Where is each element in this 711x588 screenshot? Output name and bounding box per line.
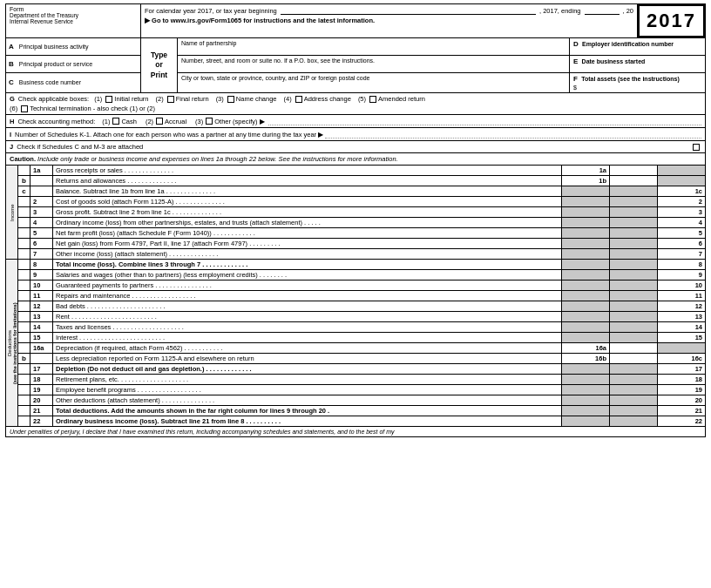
amount-col2[interactable] bbox=[610, 416, 658, 427]
amount-col3[interactable]: 9 bbox=[658, 270, 706, 280]
amount-col2[interactable] bbox=[610, 301, 658, 312]
g-item-3-label: Name change bbox=[236, 95, 277, 103]
amount-col2[interactable] bbox=[610, 280, 658, 291]
g-checkbox-3[interactable] bbox=[227, 96, 234, 103]
line-sub bbox=[18, 364, 30, 375]
amount-col3[interactable]: 13 bbox=[658, 312, 706, 322]
amount-col3[interactable] bbox=[658, 166, 706, 176]
g-checkbox-1[interactable] bbox=[105, 96, 112, 103]
number-street-field[interactable]: Number, street, and room or suite no. If… bbox=[178, 56, 569, 73]
line-sub bbox=[18, 228, 30, 239]
amount-col2[interactable] bbox=[610, 343, 658, 354]
line-number: 22 bbox=[30, 416, 53, 427]
amount-col2[interactable] bbox=[610, 364, 658, 375]
h-item-1-num: (1) bbox=[102, 118, 110, 125]
h-checkbox-2[interactable] bbox=[156, 118, 163, 125]
amount-col2[interactable] bbox=[610, 375, 658, 385]
amount-col3[interactable]: 7 bbox=[658, 249, 706, 260]
amount-col1[interactable]: 16a bbox=[562, 343, 610, 354]
amount-col2[interactable] bbox=[610, 406, 658, 416]
amount-col3[interactable]: 21 bbox=[658, 406, 706, 416]
amount-col2[interactable] bbox=[610, 218, 658, 228]
field-b-text: Principal product or service bbox=[17, 59, 95, 69]
amount-col2[interactable] bbox=[610, 228, 658, 239]
amount-col2[interactable] bbox=[610, 333, 658, 343]
dept-info: Form Department of the Treasury Internal… bbox=[6, 4, 141, 37]
line-sub: c bbox=[18, 186, 30, 197]
type-or-print: Type or Print bbox=[141, 38, 178, 92]
amount-col1 bbox=[562, 197, 610, 207]
amount-col3[interactable]: 3 bbox=[658, 207, 706, 218]
amount-col3[interactable]: 17 bbox=[658, 364, 706, 375]
amount-col3[interactable]: 16c bbox=[658, 354, 706, 364]
line-desc: Repairs and maintenance . . . . . . . . … bbox=[53, 291, 562, 301]
amount-col2[interactable] bbox=[610, 166, 658, 176]
g-checkbox-6[interactable] bbox=[21, 105, 28, 112]
amount-col2[interactable] bbox=[610, 395, 658, 406]
city-field[interactable]: City or town, state or province, country… bbox=[178, 73, 569, 91]
amount-col2[interactable] bbox=[610, 354, 658, 364]
field-a-label: A bbox=[6, 41, 17, 52]
amount-col1 bbox=[562, 260, 610, 270]
amount-col1[interactable]: 1b bbox=[562, 176, 610, 186]
line-number bbox=[30, 176, 53, 186]
amount-col2[interactable] bbox=[610, 322, 658, 333]
h-checkbox-1[interactable] bbox=[112, 118, 119, 125]
amount-col3[interactable]: 15 bbox=[658, 333, 706, 343]
name-field[interactable]: Name of partnership bbox=[178, 38, 569, 56]
form-container: Form Department of the Treasury Internal… bbox=[0, 0, 711, 441]
amount-col3[interactable]: 19 bbox=[658, 385, 706, 395]
line-number: 5 bbox=[30, 228, 53, 239]
line-sub bbox=[18, 280, 30, 291]
amount-col3[interactable]: 1c bbox=[658, 186, 706, 197]
amount-col3[interactable]: 8 bbox=[658, 260, 706, 270]
field-e-row: E Date business started bbox=[570, 56, 705, 73]
amount-col3[interactable]: 22 bbox=[658, 416, 706, 427]
amount-col1 bbox=[562, 364, 610, 375]
amount-col2[interactable] bbox=[610, 197, 658, 207]
amount-col2[interactable] bbox=[610, 260, 658, 270]
amount-col2[interactable] bbox=[610, 176, 658, 186]
line-sub bbox=[18, 333, 30, 343]
amount-col2[interactable] bbox=[610, 249, 658, 260]
amount-col3[interactable]: 10 bbox=[658, 280, 706, 291]
j-checkbox[interactable] bbox=[693, 144, 700, 151]
amount-col2[interactable] bbox=[610, 385, 658, 395]
line-desc: Less depreciation reported on Form 1125-… bbox=[53, 354, 562, 364]
amount-col1 bbox=[562, 385, 610, 395]
g-checkbox-5[interactable] bbox=[369, 96, 376, 103]
line-sub bbox=[18, 406, 30, 416]
amount-col2[interactable] bbox=[610, 186, 658, 197]
amount-col3[interactable]: 14 bbox=[658, 322, 706, 333]
amount-col3[interactable]: 20 bbox=[658, 395, 706, 406]
g-checkbox-4[interactable] bbox=[295, 96, 302, 103]
line-desc: Taxes and licenses . . . . . . . . . . .… bbox=[53, 322, 562, 333]
amount-col2[interactable] bbox=[610, 270, 658, 280]
dept-name: Department of the Treasury Internal Reve… bbox=[10, 12, 137, 24]
amount-col3[interactable]: 6 bbox=[658, 239, 706, 249]
amount-col2[interactable] bbox=[610, 312, 658, 322]
amount-col2[interactable] bbox=[610, 207, 658, 218]
amount-col3[interactable]: 12 bbox=[658, 301, 706, 312]
amount-col3[interactable]: 18 bbox=[658, 375, 706, 385]
amount-col1 bbox=[562, 301, 610, 312]
amount-col2[interactable] bbox=[610, 239, 658, 249]
line-number: 8 bbox=[30, 260, 53, 270]
footer-note: Under penalties of perjury, I declare th… bbox=[5, 427, 706, 437]
line-desc: Other deductions (attach statement) . . … bbox=[53, 395, 562, 406]
amount-col3[interactable] bbox=[658, 343, 706, 354]
field-f-row: F Total assets (see the instructions) $ bbox=[570, 73, 705, 92]
field-e-text: Date business started bbox=[582, 58, 646, 64]
field-d-label: D bbox=[573, 40, 579, 48]
h-checkbox-3[interactable] bbox=[206, 118, 213, 125]
g-checkbox-2[interactable] bbox=[167, 96, 174, 103]
amount-col3[interactable]: 4 bbox=[658, 218, 706, 228]
amount-col3[interactable]: 5 bbox=[658, 228, 706, 239]
amount-col3[interactable]: 11 bbox=[658, 291, 706, 301]
amount-col1[interactable]: 16b bbox=[562, 354, 610, 364]
amount-col3[interactable] bbox=[658, 176, 706, 186]
amount-col3[interactable]: 2 bbox=[658, 197, 706, 207]
amount-col2[interactable] bbox=[610, 291, 658, 301]
amount-col1[interactable]: 1a bbox=[562, 166, 610, 176]
i-label: I bbox=[10, 131, 11, 139]
